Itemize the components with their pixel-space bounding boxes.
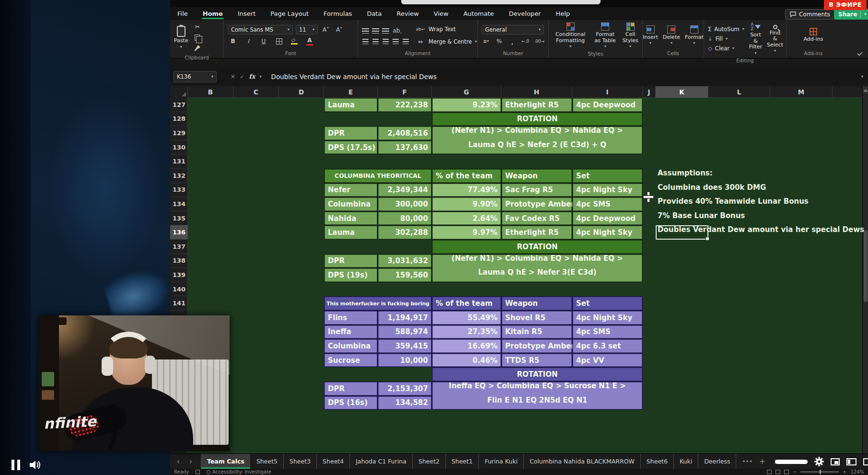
clear-button[interactable]: ◇Clear▾ <box>708 45 744 52</box>
table-cell[interactable]: Shovel R5 <box>501 311 572 325</box>
increase-decimal-button[interactable]: ←.0 <box>521 37 530 46</box>
zoom-in-icon[interactable]: + <box>843 469 846 475</box>
sheet-tab-sheet2[interactable]: Sheet2 <box>413 454 446 469</box>
font-name-select[interactable]: Comic Sans MS▾ <box>228 25 293 35</box>
column-header-L[interactable]: L <box>708 86 770 98</box>
row-header-139[interactable]: 139 <box>170 268 188 282</box>
column-header-B[interactable]: B <box>188 86 233 98</box>
font-color-button[interactable]: A <box>304 37 315 46</box>
table-cell[interactable]: Columbina <box>324 339 378 353</box>
table-cell[interactable]: 2,408,516 <box>378 126 432 140</box>
zoom-level[interactable]: 124% <box>850 469 864 475</box>
row-header-137[interactable]: 137 <box>170 240 188 254</box>
table-cell[interactable]: 2.64% <box>432 211 501 226</box>
assumption-line[interactable]: Columbina does 300k DMG <box>658 183 766 197</box>
menu-tab-view[interactable]: View <box>433 8 450 19</box>
decrease-indent-icon[interactable] <box>393 39 399 44</box>
comments-button[interactable]: Comments <box>785 9 835 20</box>
table-cell[interactable]: 3,031,632 <box>378 254 432 268</box>
align-bottom-icon[interactable] <box>382 28 389 34</box>
fill-color-button[interactable]: ◇ <box>289 37 300 46</box>
table-cell[interactable]: ROTATION <box>432 240 643 254</box>
column-header-E[interactable]: E <box>324 86 378 98</box>
table-cell[interactable]: Set <box>572 169 643 183</box>
increase-font-icon[interactable]: A˄ <box>321 25 331 34</box>
comma-format-button[interactable]: , <box>508 37 517 46</box>
format-as-table-button[interactable]: Format as Table▾ <box>593 23 617 48</box>
column-header-K[interactable]: K <box>656 86 708 98</box>
prev-sheet-icon[interactable]: ‹ <box>177 457 180 466</box>
name-box[interactable]: K136▾ <box>174 71 217 82</box>
table-cell[interactable]: Lauma <box>324 225 378 240</box>
menu-tab-automate[interactable]: Automate <box>463 8 495 19</box>
table-cell[interactable]: 4pc Night Sky <box>572 225 643 240</box>
menu-tab-home[interactable]: Home <box>202 8 224 19</box>
menu-tab-data[interactable]: Data <box>366 8 382 19</box>
align-middle-icon[interactable] <box>372 28 379 34</box>
sheet-tab-furina-kuki[interactable]: Furina Kuki <box>479 454 524 469</box>
table-cell[interactable]: 588,974 <box>378 325 432 339</box>
table-cell[interactable]: 77.49% <box>432 183 501 197</box>
page-layout-view-icon[interactable] <box>775 470 780 474</box>
table-cell[interactable]: Nefer <box>324 183 378 197</box>
select-all-corner[interactable] <box>170 86 188 98</box>
menu-tab-developer[interactable]: Developer <box>508 8 542 19</box>
column-header-I[interactable]: I <box>572 86 643 98</box>
cancel-entry-icon[interactable]: ✕ <box>231 73 235 80</box>
table-cell[interactable]: DPR <box>324 254 378 268</box>
align-center-icon[interactable] <box>372 39 379 44</box>
assumption-line[interactable]: Provides 40% Teamwide Lunar Bonus <box>658 197 809 211</box>
menu-tab-page-layout[interactable]: Page Layout <box>269 8 310 19</box>
table-cell[interactable]: % of the team <box>432 169 501 183</box>
table-cell[interactable]: Etherlight R5 <box>501 225 572 240</box>
sheet-tab-sheet1[interactable]: Sheet1 <box>446 454 479 469</box>
table-cell[interactable]: 4pc Night Sky <box>572 183 643 197</box>
table-cell[interactable]: 4pc Deepwood <box>572 211 643 226</box>
assumption-line[interactable]: 7% Base Lunar Bonus <box>658 211 745 226</box>
table-cell[interactable]: 4pc Deepwood <box>572 98 643 112</box>
table-cell[interactable]: Weapon <box>501 169 572 183</box>
borders-button[interactable] <box>274 37 284 46</box>
table-cell[interactable]: % of the team <box>432 296 501 311</box>
row-header-133[interactable]: 133 <box>170 183 188 197</box>
normal-view-icon[interactable] <box>767 470 772 474</box>
addins-button[interactable]: Add-ins <box>803 28 823 43</box>
decrease-decimal-button[interactable]: .00→ <box>534 37 544 46</box>
table-cell[interactable]: 9.23% <box>432 98 501 112</box>
menu-tab-formulas[interactable]: Formulas <box>323 8 353 19</box>
expand-formula-bar-icon[interactable]: ▾ <box>861 75 863 79</box>
table-cell[interactable]: 10,000 <box>378 353 432 368</box>
number-format-select[interactable]: General▾ <box>482 25 544 35</box>
table-cell[interactable]: DPR <box>324 382 378 396</box>
theatre-mode-icon[interactable] <box>846 458 856 465</box>
conditional-formatting-button[interactable]: Conditional Formatting▾ <box>553 23 588 48</box>
row-header-130[interactable]: 130 <box>170 140 188 155</box>
miniplayer-icon[interactable] <box>831 458 840 465</box>
fill-button[interactable]: ↓Fill▾ <box>708 35 744 42</box>
table-cell[interactable]: ROTATION <box>432 367 643 382</box>
column-header-F[interactable]: F <box>378 86 432 98</box>
format-cells-button[interactable]: Format▾ <box>685 25 704 46</box>
table-cell[interactable]: (Nefer N1) > Columbina EQ > Nahida EQ >L… <box>432 254 643 282</box>
italic-button[interactable]: I <box>243 37 254 46</box>
table-cell[interactable]: Flins <box>324 311 378 325</box>
vertical-scrollbar[interactable] <box>862 86 868 453</box>
table-cell[interactable]: ROTATION <box>432 112 643 127</box>
table-cell[interactable]: Etherlight R5 <box>501 98 572 112</box>
scrollbar-thumb[interactable] <box>864 230 868 302</box>
table-cell[interactable]: Fav Codex R5 <box>501 211 572 226</box>
row-header-134[interactable]: 134 <box>170 197 188 211</box>
column-header-G[interactable]: G <box>432 86 501 98</box>
format-painter-button[interactable] <box>192 44 203 52</box>
row-header-141[interactable]: 141 <box>170 296 188 311</box>
sheet-tab-sheet6[interactable]: Sheet6 <box>641 454 674 469</box>
sheet-tab-kuki[interactable]: Kuki <box>674 454 698 469</box>
table-cell[interactable]: 4pc 6.3 set <box>572 339 643 353</box>
table-cell[interactable]: 2,349,344 <box>378 183 432 197</box>
decrease-font-icon[interactable]: A˅ <box>334 25 345 34</box>
volume-button[interactable] <box>29 460 41 472</box>
table-cell[interactable]: Lauma <box>324 98 378 112</box>
sheet-tab-sheet3[interactable]: Sheet3 <box>284 454 317 469</box>
sheet-tab-sheet4[interactable]: Sheet4 <box>317 454 350 469</box>
table-cell[interactable]: Ineffa <box>324 325 378 339</box>
